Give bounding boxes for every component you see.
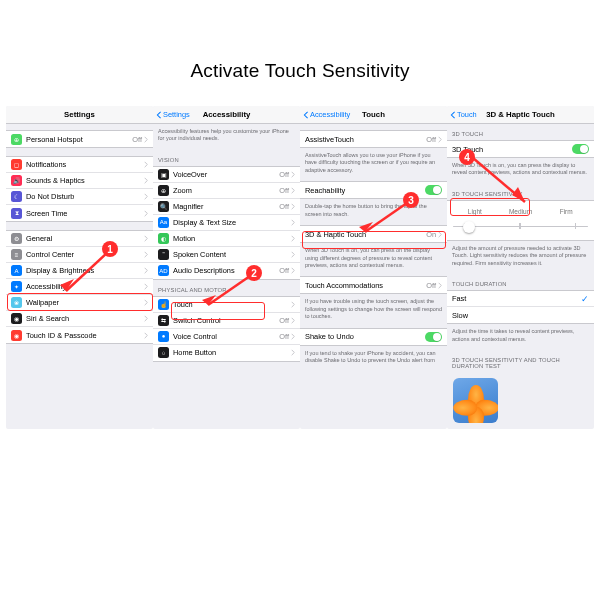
row-label: Personal Hotspot bbox=[26, 135, 132, 144]
row-notifications[interactable]: ◻Notifications bbox=[6, 157, 153, 173]
nav-title: Accessibility bbox=[203, 110, 251, 119]
row-do-not-disturb[interactable]: ☾Do Not Disturb bbox=[6, 189, 153, 205]
row-3d-haptic-touch[interactable]: 3D & Haptic TouchOn bbox=[300, 226, 447, 242]
row-label: Home Button bbox=[173, 348, 291, 357]
row-screen-time[interactable]: ⧗Screen Time bbox=[6, 205, 153, 221]
row-label: Fast bbox=[452, 294, 581, 303]
row-siri-search[interactable]: ◉Siri & Search bbox=[6, 311, 153, 327]
row-general[interactable]: ⚙General bbox=[6, 231, 153, 247]
row-reachability[interactable]: Reachability bbox=[300, 182, 447, 198]
section-header: PHYSICAL AND MOTOR bbox=[153, 280, 300, 296]
row-value: Off bbox=[279, 170, 289, 179]
row-wallpaper[interactable]: ❀Wallpaper bbox=[6, 295, 153, 311]
home-icon: ○ bbox=[158, 347, 169, 358]
panel-touch: Accessibility Touch AssistiveTouchOff As… bbox=[300, 106, 447, 429]
section-header: 3D TOUCH SENSITIVITY AND TOUCH DURATION … bbox=[447, 350, 594, 372]
row-personal-hotspot[interactable]: ⊕Personal HotspotOff bbox=[6, 131, 153, 147]
row-label: Accessibility bbox=[26, 282, 144, 291]
back-button[interactable]: Settings bbox=[156, 110, 190, 119]
panel-settings: Settings ⊕Personal HotspotOff ◻Notificat… bbox=[6, 106, 153, 429]
row-shake-to-undo[interactable]: Shake to Undo bbox=[300, 329, 447, 345]
intro-text: Accessibility features help you customiz… bbox=[153, 124, 300, 150]
section-header: VISION bbox=[153, 150, 300, 166]
row-display-brightness[interactable]: ADisplay & Brightness bbox=[6, 263, 153, 279]
row-sounds-haptics[interactable]: 🔊Sounds & Haptics bbox=[6, 173, 153, 189]
footer-text: Double-tap the home button to bring the … bbox=[300, 199, 447, 225]
row-motion[interactable]: ◐Motion bbox=[153, 231, 300, 247]
row-value: Off bbox=[279, 316, 289, 325]
row-label: Wallpaper bbox=[26, 298, 144, 307]
row-value: Off bbox=[132, 135, 142, 144]
moon-icon: ☾ bbox=[11, 191, 22, 202]
row-label: Motion bbox=[173, 234, 291, 243]
touch-icon: ☝ bbox=[158, 299, 169, 310]
mag-icon: 🔍 bbox=[158, 201, 169, 212]
row-touch[interactable]: ☝Touch bbox=[153, 297, 300, 313]
row-touch-id-passcode[interactable]: ◉Touch ID & Passcode bbox=[6, 327, 153, 343]
back-button[interactable]: Touch bbox=[450, 110, 477, 119]
text-icon: Aa bbox=[158, 217, 169, 228]
test-image[interactable] bbox=[453, 378, 498, 423]
nav-title: Touch bbox=[362, 110, 385, 119]
gear-icon: ⚙ bbox=[11, 233, 22, 244]
siri-icon: ◉ bbox=[11, 313, 22, 324]
motion-icon: ◐ bbox=[158, 233, 169, 244]
toggle-reachability[interactable] bbox=[425, 185, 442, 195]
step-badge-4: 4 bbox=[459, 149, 475, 165]
audio-icon: AD bbox=[158, 265, 169, 276]
nav-title: Settings bbox=[64, 110, 95, 119]
footer-text: If you tend to shake your iPhone by acci… bbox=[300, 346, 447, 372]
footer-text: When 3D Touch is on, you can press on th… bbox=[300, 243, 447, 276]
row-touch-accommodations[interactable]: Touch AccommodationsOff bbox=[300, 277, 447, 293]
row-label: Spoken Content bbox=[173, 250, 291, 259]
row-label: Touch bbox=[173, 300, 291, 309]
row-label: Touch ID & Passcode bbox=[26, 331, 144, 340]
section-header: TOUCH DURATION bbox=[447, 274, 594, 290]
page-title: Activate Touch Sensitivity bbox=[0, 0, 600, 106]
row-voiceover[interactable]: ▣VoiceOverOff bbox=[153, 167, 300, 183]
row-assistivetouch[interactable]: AssistiveTouchOff bbox=[300, 131, 447, 147]
row-home-button[interactable]: ○Home Button bbox=[153, 345, 300, 361]
toggle-shake-undo[interactable] bbox=[425, 332, 442, 342]
row-label: Siri & Search bbox=[26, 314, 144, 323]
spoken-icon: " bbox=[158, 249, 169, 260]
bell-icon: ◻ bbox=[11, 159, 22, 170]
zoom-icon: ⊕ bbox=[158, 185, 169, 196]
navbar: Settings Accessibility bbox=[153, 106, 300, 124]
footer-text: If you have trouble using the touch scre… bbox=[300, 294, 447, 327]
back-button[interactable]: Accessibility bbox=[303, 110, 350, 119]
checkmark-icon: ✓ bbox=[581, 294, 589, 304]
row-zoom[interactable]: ⊕ZoomOff bbox=[153, 183, 300, 199]
row-switch-control[interactable]: ⇆Switch ControlOff bbox=[153, 313, 300, 329]
row-accessibility[interactable]: ✦Accessibility bbox=[6, 279, 153, 295]
navbar: Settings bbox=[6, 106, 153, 124]
row-control-center[interactable]: ≡Control Center bbox=[6, 247, 153, 263]
row-duration-slow[interactable]: Slow bbox=[447, 307, 594, 323]
row-duration-fast[interactable]: Fast✓ bbox=[447, 291, 594, 307]
sensitivity-segments: LightMediumFirm bbox=[452, 205, 589, 218]
step-badge-1: 1 bbox=[102, 241, 118, 257]
row-label: Magnifier bbox=[173, 202, 279, 211]
toggle-3d-touch[interactable] bbox=[572, 144, 589, 154]
switch-icon: ⇆ bbox=[158, 315, 169, 326]
row-value: Off bbox=[279, 202, 289, 211]
row-value: Off bbox=[279, 186, 289, 195]
step-badge-3: 3 bbox=[403, 192, 419, 208]
row-label: Sounds & Haptics bbox=[26, 176, 144, 185]
row-magnifier[interactable]: 🔍MagnifierOff bbox=[153, 199, 300, 215]
row-voice-control[interactable]: ●Voice ControlOff bbox=[153, 329, 300, 345]
row-label: VoiceOver bbox=[173, 170, 279, 179]
hourglass-icon: ⧗ bbox=[11, 208, 22, 219]
row-label: Audio Descriptions bbox=[173, 266, 279, 275]
row-value: Off bbox=[279, 266, 289, 275]
row-label: Slow bbox=[452, 311, 589, 320]
row-spoken-content[interactable]: "Spoken Content bbox=[153, 247, 300, 263]
footer-text: AssistiveTouch allows you to use your iP… bbox=[300, 148, 447, 181]
acc-icon: ✦ bbox=[11, 281, 22, 292]
panel-accessibility: Settings Accessibility Accessibility fea… bbox=[153, 106, 300, 429]
wall-icon: ❀ bbox=[11, 297, 22, 308]
row-display-text-size[interactable]: AaDisplay & Text Size bbox=[153, 215, 300, 231]
step-badge-2: 2 bbox=[246, 265, 262, 281]
row-audio-descriptions[interactable]: ADAudio DescriptionsOff bbox=[153, 263, 300, 279]
sensitivity-slider[interactable] bbox=[453, 220, 588, 234]
